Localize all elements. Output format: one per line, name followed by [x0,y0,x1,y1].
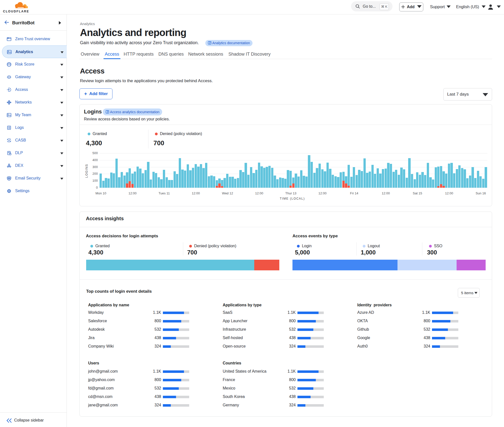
svg-text:CLOUDFLARE: CLOUDFLARE [3,10,29,13]
